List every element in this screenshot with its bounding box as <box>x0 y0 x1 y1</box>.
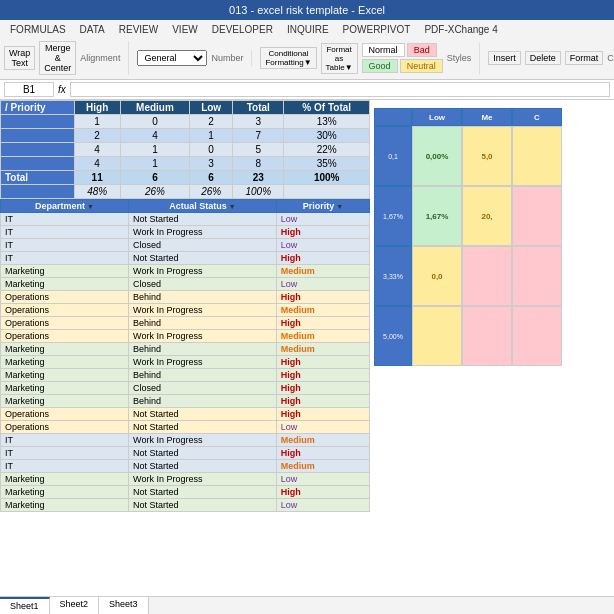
table-row: OperationsNot StartedHigh <box>1 408 370 421</box>
priority-cell: High <box>276 291 369 304</box>
status-cell: Not Started <box>129 499 277 512</box>
pivot-row-4: 4 1 3 8 35% <box>1 157 370 171</box>
chart-row-label-1: 0,1 <box>374 126 412 186</box>
style-neutral[interactable]: Neutral <box>400 59 443 73</box>
pivot-low-header: Low <box>190 101 233 115</box>
pivot-r1-med: 0 <box>120 115 189 129</box>
priority-filter-icon[interactable]: ▼ <box>336 203 343 210</box>
pivot-pct-med: 26% <box>120 185 189 199</box>
sheet-tabs: Sheet1 Sheet2 Sheet3 <box>0 596 614 614</box>
tab-inquire[interactable]: INQUIRE <box>281 22 335 37</box>
number-format-select[interactable]: General <box>137 50 207 66</box>
status-cell: Not Started <box>129 252 277 265</box>
dept-filter-icon[interactable]: ▼ <box>87 203 94 210</box>
style-bad[interactable]: Bad <box>407 43 437 57</box>
sheet-tab-2[interactable]: Sheet2 <box>50 597 100 614</box>
priority-cell: Low <box>276 421 369 434</box>
ribbon-tabs: FORMULAS DATA REVIEW VIEW DEVELOPER INQU… <box>4 22 610 39</box>
dept-cell: IT <box>1 213 129 226</box>
table-row: MarketingBehindHigh <box>1 369 370 382</box>
pivot-total-header: Total <box>233 101 284 115</box>
status-cell: Behind <box>129 343 277 356</box>
pivot-total-low: 6 <box>190 171 233 185</box>
chart-corner <box>374 108 412 126</box>
dept-cell: Operations <box>1 304 129 317</box>
number-group: General Number <box>137 50 252 66</box>
cell-reference-input[interactable] <box>4 82 54 97</box>
priority-cell: Medium <box>276 460 369 473</box>
format-as-table-button[interactable]: Format asTable▼ <box>321 43 358 74</box>
status-cell: Behind <box>129 291 277 304</box>
dept-cell: IT <box>1 239 129 252</box>
pivot-high-header: High <box>74 101 120 115</box>
formula-input[interactable] <box>70 82 610 97</box>
style-normal[interactable]: Normal <box>362 43 405 57</box>
ribbon: FORMULAS DATA REVIEW VIEW DEVELOPER INQU… <box>0 20 614 80</box>
chart-area: Low Me C 0,1 0,00% 5,0 1,67% 1,67% 20, <box>374 104 610 592</box>
priority-cell: Medium <box>276 343 369 356</box>
chart-col-high: C <box>512 108 562 126</box>
pivot-pct-total: 100% <box>233 185 284 199</box>
conditional-formatting-button[interactable]: ConditionalFormatting▼ <box>260 47 316 69</box>
sheet-tab-3[interactable]: Sheet3 <box>99 597 149 614</box>
status-cell: Not Started <box>129 421 277 434</box>
table-row: ITNot StartedLow <box>1 213 370 226</box>
wrap-text-button[interactable]: Wrap Text <box>4 46 35 70</box>
chart-cell-3-1: 0,0 <box>412 246 462 306</box>
dept-cell: Operations <box>1 291 129 304</box>
dept-cell: Marketing <box>1 343 129 356</box>
dept-cell: Marketing <box>1 473 129 486</box>
status-cell: Work In Progress <box>129 473 277 486</box>
pivot-row-4-label <box>1 157 75 171</box>
style-good[interactable]: Good <box>362 59 398 73</box>
insert-button[interactable]: Insert <box>488 51 521 65</box>
dept-cell: Marketing <box>1 395 129 408</box>
table-row: MarketingWork In ProgressMedium <box>1 265 370 278</box>
pivot-pct-high: 48% <box>74 185 120 199</box>
merge-center-button[interactable]: Merge & Center <box>39 41 76 75</box>
sheet-tab-1[interactable]: Sheet1 <box>0 597 50 614</box>
table-row: ITWork In ProgressHigh <box>1 226 370 239</box>
format-button[interactable]: Format <box>565 51 604 65</box>
table-row: MarketingBehindHigh <box>1 395 370 408</box>
tab-developer[interactable]: DEVELOPER <box>206 22 279 37</box>
priority-cell: High <box>276 226 369 239</box>
table-row: OperationsNot StartedLow <box>1 421 370 434</box>
pivot-total-total: 23 <box>233 171 284 185</box>
dept-cell: Marketing <box>1 278 129 291</box>
ribbon-content: Wrap Text Merge & Center Alignment Gener… <box>4 39 610 77</box>
pivot-r4-high: 4 <box>74 157 120 171</box>
priority-cell: Low <box>276 473 369 486</box>
tab-formulas[interactable]: FORMULAS <box>4 22 72 37</box>
table-row: OperationsBehindHigh <box>1 317 370 330</box>
tab-powerpivot[interactable]: POWERPIVOT <box>337 22 417 37</box>
pivot-medium-header: Medium <box>120 101 189 115</box>
chart-cell-4-2 <box>462 306 512 366</box>
data-section: Department ▼ Actual Status ▼ <box>0 199 370 596</box>
status-cell: Work In Progress <box>129 330 277 343</box>
tab-view[interactable]: VIEW <box>166 22 204 37</box>
chart-cell-4-1 <box>412 306 462 366</box>
tab-review[interactable]: REVIEW <box>113 22 164 37</box>
pivot-r2-total: 7 <box>233 129 284 143</box>
chart-cell-3-3 <box>512 246 562 306</box>
dept-cell: Marketing <box>1 499 129 512</box>
pivot-pct-label <box>1 185 75 199</box>
cells-group: Insert Delete Format Cells <box>488 51 614 65</box>
priority-cell: Medium <box>276 434 369 447</box>
pivot-total-row: Total 11 6 6 23 100% <box>1 171 370 185</box>
status-cell: Work In Progress <box>129 265 277 278</box>
status-cell: Behind <box>129 395 277 408</box>
priority-cell: Low <box>276 213 369 226</box>
alignment-label: Alignment <box>80 53 120 63</box>
pivot-r2-pct: 30% <box>284 129 370 143</box>
dept-cell: IT <box>1 434 129 447</box>
delete-button[interactable]: Delete <box>525 51 561 65</box>
table-row: MarketingWork In ProgressLow <box>1 473 370 486</box>
title-bar: 013 - excel risk template - Excel <box>0 0 614 20</box>
tab-data[interactable]: DATA <box>74 22 111 37</box>
status-filter-icon[interactable]: ▼ <box>229 203 236 210</box>
status-cell: Closed <box>129 239 277 252</box>
tab-pdfxchange[interactable]: PDF-XChange 4 <box>418 22 503 37</box>
pivot-r3-med: 1 <box>120 143 189 157</box>
